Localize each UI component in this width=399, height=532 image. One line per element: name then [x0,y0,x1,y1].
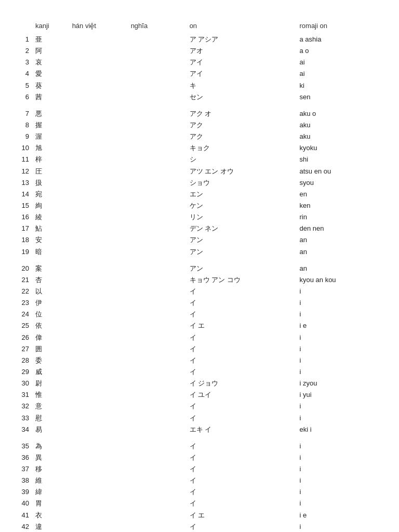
cell-nghia [127,200,185,211]
table-row: 31惟イ ユイi yui [16,389,383,401]
cell-hanviet [68,343,127,355]
cell-hanviet [68,108,127,119]
cell-kanji: 異 [31,452,68,463]
cell-kanji: 以 [31,286,68,297]
table-row: 25依イ エi e [16,320,383,331]
cell-nghia [127,91,185,103]
cell-kanji: 違 [31,521,68,532]
cell-num: 4 [16,68,31,79]
cell-num: 7 [16,108,31,119]
cell-romaji: eki i [296,424,384,435]
cell-romaji: aku [296,131,384,142]
cell-romaji: i [296,521,384,532]
cell-on: イ [185,441,296,452]
cell-kanji: 扱 [31,177,68,189]
cell-on: イ [185,401,296,412]
table-row: 1亜ア アシアa ashia [16,34,383,45]
cell-kanji: 渥 [31,131,68,142]
cell-on: アオ [185,45,296,57]
cell-romaji: syou [296,177,384,189]
table-row: 19暗アンan [16,246,383,258]
cell-kanji: 阿 [31,45,68,57]
cell-hanviet [68,246,127,258]
cell-kanji: 惟 [31,389,68,401]
cell-kanji: 杏 [31,274,68,286]
cell-num: 6 [16,91,31,103]
cell-on: イ [185,452,296,463]
cell-nghia [127,211,185,223]
cell-hanviet [68,234,127,246]
cell-num: 37 [16,463,31,475]
cell-hanviet [68,320,127,331]
cell-hanviet [68,475,127,486]
cell-hanviet [68,34,127,45]
col-header-romaji: romaji on [296,21,384,34]
cell-on: エン [185,189,296,200]
cell-kanji: 位 [31,309,68,320]
cell-on: イ [185,297,296,309]
cell-romaji: i e [296,320,384,331]
table-row: 40胃イi [16,498,383,509]
cell-kanji: 絢 [31,200,68,211]
cell-num: 29 [16,366,31,378]
cell-on: キョク [185,142,296,154]
table-row: 30尉イ ジョウi zyou [16,378,383,389]
cell-hanviet [68,366,127,378]
cell-kanji: 旭 [31,142,68,154]
cell-on: イ [185,498,296,509]
cell-num: 31 [16,389,31,401]
cell-romaji: ken [296,200,384,211]
cell-num: 39 [16,486,31,498]
cell-num: 16 [16,211,31,223]
cell-num: 38 [16,475,31,486]
cell-nghia [127,452,185,463]
cell-kanji: 愛 [31,68,68,79]
cell-romaji: an [296,234,384,246]
cell-hanviet [68,297,127,309]
cell-on: イ [185,286,296,297]
cell-kanji: 偉 [31,332,68,343]
table-row: 39緯イi [16,486,383,498]
table-row: 42違イi [16,521,383,532]
cell-nghia [127,119,185,131]
cell-kanji: 暗 [31,246,68,258]
cell-num: 15 [16,200,31,211]
cell-romaji: aku [296,119,384,131]
cell-romaji: sen [296,91,384,103]
cell-nghia [127,297,185,309]
cell-romaji: i [296,413,384,424]
cell-nghia [127,332,185,343]
cell-on: アン [185,246,296,258]
cell-on: イ [185,366,296,378]
cell-hanviet [68,401,127,412]
cell-hanviet [68,177,127,189]
cell-kanji: 維 [31,475,68,486]
col-header-num [16,21,31,34]
cell-nghia [127,108,185,119]
col-header-kanji: kanji [31,21,68,34]
cell-hanviet [68,211,127,223]
cell-nghia [127,154,185,165]
cell-num: 22 [16,286,31,297]
cell-romaji: i [296,355,384,366]
cell-nghia [127,142,185,154]
table-row: 14宛エンen [16,189,383,200]
cell-hanviet [68,413,127,424]
cell-romaji: an [296,263,384,274]
spacer-row [16,103,383,108]
cell-hanviet [68,119,127,131]
cell-kanji: 為 [31,441,68,452]
cell-kanji: 宛 [31,189,68,200]
cell-nghia [127,177,185,189]
cell-nghia [127,424,185,435]
cell-nghia [127,263,185,274]
cell-nghia [127,463,185,475]
table-row: 5葵キki [16,80,383,91]
table-row: 21杏キョウ アン コウkyou an kou [16,274,383,286]
cell-num: 20 [16,263,31,274]
cell-on: アク オ [185,108,296,119]
cell-nghia [127,131,185,142]
cell-kanji: 鮎 [31,223,68,234]
table-row: 34易エキ イeki i [16,424,383,435]
cell-romaji: kyou an kou [296,274,384,286]
